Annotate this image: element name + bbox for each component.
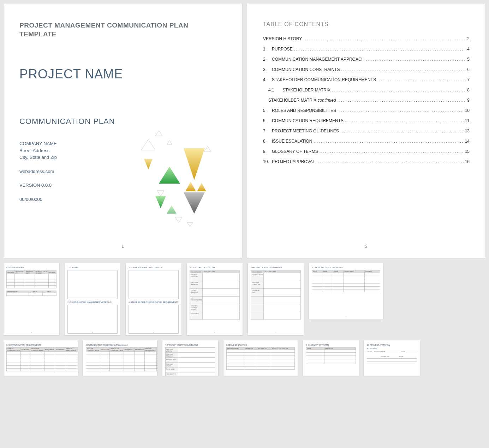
toc-dots [303, 37, 466, 41]
thumb-split-table: MEETING AGENDAMEETING MINUTESACTION ITEM… [165, 347, 215, 376]
svg-marker-14 [167, 205, 177, 214]
toc-page: 5 [467, 57, 470, 62]
thumb-table: TYPE OF COMMUNICATIONOBJECTIVEMEDIUM OF … [6, 347, 78, 371]
svg-marker-9 [144, 159, 153, 169]
toc-label: COMMUNICATION CONSTRAINTS [272, 67, 340, 72]
page-thumbnail[interactable]: 6. COMMUNICATION REQUIREMENTSTYPE OF COM… [4, 340, 78, 376]
page-thumbnail[interactable]: 1. PURPOSE2. COMMUNICATION MANAGEMENT AP… [65, 263, 120, 335]
toc-entry[interactable]: VERSION HISTORY2 [263, 36, 470, 41]
page-thumbnail[interactable]: 3. COMMUNICATION CONSTRAINTS4. STAKEHOLD… [126, 263, 181, 335]
page-thumbnail[interactable]: 10. PROJECT APPROVALAPPROVED BYPROJECT S… [364, 340, 420, 376]
svg-marker-13 [155, 196, 166, 208]
toc-page: 11 [465, 118, 470, 123]
toc-number: 1. [263, 47, 272, 52]
toc-page: 8 [467, 88, 470, 92]
toc-entry[interactable]: 10.PROJECT APPROVAL16 [263, 159, 470, 164]
toc-dots [332, 88, 466, 92]
toc-label: VERSION HISTORY [263, 36, 302, 41]
svg-marker-4 [157, 191, 164, 196]
project-name-heading: PROJECT NAME [19, 67, 226, 82]
toc-label: STAKEHOLDER MATRIX continued [268, 98, 336, 103]
communication-plan-subtitle: COMMUNICATION PLAN [19, 117, 226, 126]
thumb-sigbox [367, 358, 417, 362]
svg-marker-1 [141, 139, 155, 150]
thumb-title: 7. PROJECT MEETING GUIDELINES [165, 344, 215, 346]
toc-page: 2 [467, 36, 470, 41]
toc-entry[interactable]: 1.PURPOSE4 [263, 47, 470, 52]
thumb-title: VERSION HISTORY [6, 267, 56, 269]
toc-dots [316, 160, 463, 164]
page-thumbnail[interactable]: STAKEHOLDER MATRIX continuedSTAKEHOLDERP… [248, 263, 304, 335]
thumb-box [129, 305, 179, 334]
toc-label: STAKEHOLDER COMMUNICATION REQUIREMENTS [272, 77, 376, 82]
toc-page: 10 [465, 108, 470, 113]
toc-page: 7 [467, 77, 470, 82]
toc-label: ISSUE ESCALATION [272, 139, 312, 144]
page-thumbnail[interactable]: 9. GLOSSARY OF TERMSTERMDEFINITION [303, 340, 359, 376]
thumb-page-number: 4 [92, 331, 93, 333]
toc-dots [320, 149, 464, 154]
svg-marker-8 [159, 167, 180, 184]
thumb-title: 9. GLOSSARY OF TERMS [306, 344, 356, 346]
thumb-title: STAKEHOLDER MATRIX continued [251, 267, 301, 269]
toc-heading: TABLE OF CONTENTS [263, 21, 470, 28]
main-pages-row: PROJECT MANAGEMENT COMMUNICATION PLAN TE… [4, 4, 485, 258]
page-thumbnail[interactable]: 5. ROLES AND RESPONSIBILITIESROLENAMETIT… [309, 263, 383, 319]
page-number-2: 2 [365, 244, 368, 249]
toc-number: 6. [263, 118, 272, 123]
thumb-title: 5. ROLES AND RESPONSIBILITIES [312, 267, 380, 269]
thumb-title: 4.1 STAKEHOLDER MATRIX [190, 267, 240, 269]
thumb-title: COMMUNICATION REQUIREMENTS continued [86, 344, 154, 346]
thumb-table: TYPE OF COMMUNICATIONOBJECTIVEMEDIUM OF … [86, 347, 157, 371]
toc-entry[interactable]: 6.COMMUNICATION REQUIREMENTS11 [263, 118, 470, 123]
thumb-box [67, 270, 118, 299]
thumb-page-number: 7 [275, 331, 276, 333]
page-thumbnail[interactable]: COMMUNICATION REQUIREMENTS continuedTYPE… [83, 340, 157, 376]
toc-dots [341, 67, 466, 72]
svg-marker-3 [204, 147, 211, 152]
toc-entry[interactable]: 8.ISSUE ESCALATION14 [263, 139, 470, 144]
page-thumbnail[interactable]: 7. PROJECT MEETING GUIDELINESMEETING AGE… [162, 340, 218, 376]
thumb-table-lower: PREPARED BYTITLEDATE [6, 291, 56, 296]
toc-number: 3. [263, 67, 272, 72]
toc-entry[interactable]: 4.STAKEHOLDER COMMUNICATION REQUIREMENTS… [263, 77, 470, 82]
toc-entry[interactable]: STAKEHOLDER MATRIX continued9 [263, 98, 470, 103]
thumb-title-2: 4. STAKEHOLDER COMMUNICATION REQUIREMENT… [129, 301, 179, 303]
toc-page: 15 [465, 149, 470, 154]
toc-number: 5. [263, 108, 272, 113]
toc-dots [377, 78, 466, 82]
toc-entry[interactable]: 3.COMMUNICATION CONSTRAINTS6 [263, 67, 470, 72]
toc-entry[interactable]: 7.PROJECT MEETING GUIDELINES13 [263, 129, 470, 133]
page-thumbnail[interactable]: VERSION HISTORYVERSIONAPPROVED BYREVISIO… [4, 263, 59, 335]
page-2: TABLE OF CONTENTS VERSION HISTORY21.PURP… [247, 4, 485, 258]
thumb-split-table: STAKEHOLDERPROJECT TEAMSTEERING COMMITTE… [251, 270, 301, 320]
thumb-page-number: 8 [346, 316, 346, 318]
thumb-page-number: 6 [214, 331, 215, 333]
toc-number: 4. [263, 77, 272, 82]
toc-entry[interactable]: 4.1STAKEHOLDER MATRIX8 [263, 88, 470, 92]
thumb-page-number: 3 [31, 331, 32, 333]
thumb-sub: APPROVED BY [367, 347, 417, 349]
toc-entry[interactable]: 9.GLOSSARY OF TERMS15 [263, 149, 470, 154]
toc-number: 9. [263, 149, 272, 154]
svg-marker-10 [185, 182, 196, 191]
svg-marker-12 [184, 192, 205, 214]
page-number-1: 1 [121, 244, 124, 249]
toc-entry[interactable]: 5.ROLES AND RESPONSIBILITIES10 [263, 108, 470, 113]
page-thumbnail[interactable]: 4.1 STAKEHOLDER MATRIXSTAKEHOLDERPROJECT… [187, 263, 243, 335]
toc-number: 4.1 [268, 88, 282, 92]
toc-page: 9 [467, 98, 470, 103]
svg-marker-11 [197, 183, 206, 191]
toc-label: PURPOSE [272, 47, 293, 52]
toc-list: VERSION HISTORY21.PURPOSE42.COMMUNICATIO… [263, 36, 470, 164]
thumb-title: 3. COMMUNICATION CONSTRAINTS [129, 267, 179, 269]
toc-page: 16 [465, 159, 470, 164]
page-thumbnail[interactable]: 8. ISSUE ESCALATIONPRIORITY LEVELDEFINIT… [223, 340, 298, 376]
svg-marker-5 [175, 217, 182, 222]
toc-dots [340, 129, 464, 133]
thumb-split-table: STAKEHOLDERPROJECT SPONSORPROGRAM MANAGE… [190, 270, 240, 320]
toc-page: 6 [467, 67, 470, 72]
thumb-table: PRIORITY LEVELDEFINITIONDECIDED BYRESOLU… [226, 347, 295, 370]
toc-entry[interactable]: 2.COMMUNICATION MANAGEMENT APPROACH5 [263, 57, 470, 62]
thumb-table: VERSIONAPPROVED BYREVISION DATEDESCRIPTI… [6, 270, 56, 288]
